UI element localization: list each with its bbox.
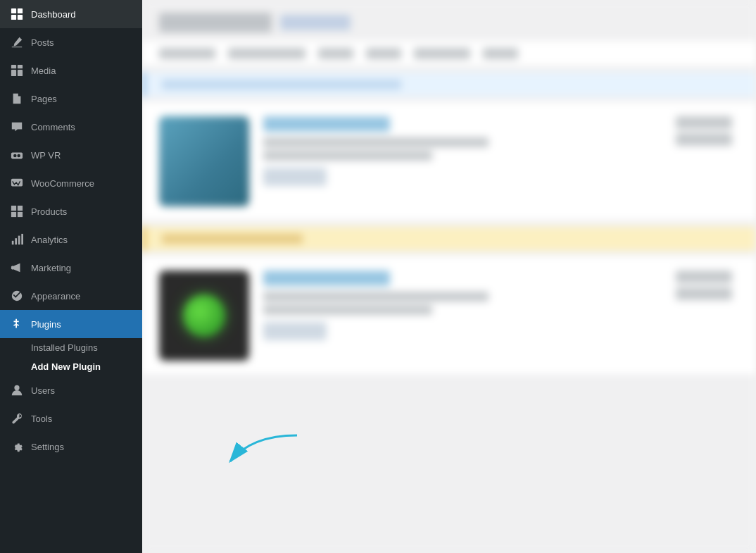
blurred-area xyxy=(142,0,756,553)
plugins-icon xyxy=(10,317,24,331)
svg-rect-15 xyxy=(18,206,23,211)
sidebar-item-wpvr[interactable]: WP VR xyxy=(0,141,142,169)
page-subtitle xyxy=(280,15,351,30)
sidebar-item-products[interactable]: Products xyxy=(0,197,142,225)
plugin-meta-installs xyxy=(676,287,732,300)
sidebar-item-comments[interactable]: Comments xyxy=(0,113,142,141)
svg-rect-0 xyxy=(11,8,16,13)
plugin-card-1 xyxy=(142,102,756,221)
plugin-info-2 xyxy=(263,271,662,340)
page-header xyxy=(142,0,756,41)
sidebar-item-label: Users xyxy=(31,385,55,396)
sidebar-item-label: Dashboard xyxy=(31,9,76,20)
posts-icon xyxy=(10,35,24,49)
sidebar-item-label: Products xyxy=(31,206,67,217)
plugin-icon-2 xyxy=(159,271,249,361)
users-icon xyxy=(10,383,24,397)
sidebar-item-plugins[interactable]: Plugins xyxy=(0,310,142,338)
wpvr-icon xyxy=(10,148,24,162)
sidebar-item-media[interactable]: Media xyxy=(0,56,142,85)
svg-rect-20 xyxy=(18,236,20,245)
woocommerce-icon xyxy=(10,176,24,190)
filter-pill xyxy=(318,48,353,59)
marketing-icon xyxy=(10,261,24,275)
svg-rect-19 xyxy=(15,238,17,244)
filter-pill xyxy=(483,48,518,59)
sidebar-item-posts[interactable]: Posts xyxy=(0,28,142,56)
sidebar-item-label: Appearance xyxy=(31,291,80,302)
svg-point-12 xyxy=(17,154,20,158)
plugin-desc xyxy=(263,151,432,161)
plugin-card-2 xyxy=(142,256,756,375)
svg-rect-1 xyxy=(18,8,23,13)
settings-icon xyxy=(10,440,24,454)
svg-point-11 xyxy=(13,154,17,158)
submenu-add-new-plugin[interactable]: Add New Plugin xyxy=(0,357,142,376)
sidebar-item-marketing[interactable]: Marketing xyxy=(0,254,142,282)
plugin-icon-inner xyxy=(159,116,249,206)
sidebar-item-label: Plugins xyxy=(31,319,61,330)
svg-rect-21 xyxy=(21,234,23,244)
filter-pill xyxy=(228,48,305,59)
pages-icon xyxy=(10,92,24,106)
plugin-info-1 xyxy=(263,116,662,186)
plugin-action-button xyxy=(263,168,327,186)
svg-rect-6 xyxy=(11,70,16,76)
sidebar-item-label: Tools xyxy=(31,414,52,424)
page-title xyxy=(159,13,272,32)
plugin-name xyxy=(263,271,390,286)
plugin-meta-installs xyxy=(676,133,732,146)
plugin-desc xyxy=(263,292,489,302)
svg-rect-5 xyxy=(18,65,23,68)
warning-text xyxy=(162,234,303,244)
green-circle-logo xyxy=(183,294,225,337)
svg-rect-18 xyxy=(12,241,14,244)
filter-bar xyxy=(142,41,756,67)
plugin-meta-2 xyxy=(676,271,739,304)
filter-pill xyxy=(159,48,215,59)
sidebar-item-pages[interactable]: Pages xyxy=(0,85,142,113)
sidebar-item-tools[interactable]: Tools xyxy=(0,404,142,433)
sidebar-item-users[interactable]: Users xyxy=(0,376,142,404)
sidebar: Dashboard Posts Media Pages xyxy=(0,0,142,553)
notice-bar xyxy=(142,73,756,97)
dashboard-icon xyxy=(10,7,24,21)
sidebar-item-label: Pages xyxy=(31,94,57,104)
main-content xyxy=(142,0,756,553)
plugin-desc xyxy=(263,137,489,147)
sidebar-item-analytics[interactable]: Analytics xyxy=(0,225,142,254)
plugin-name xyxy=(263,116,390,132)
sidebar-item-label: Media xyxy=(31,66,56,76)
sidebar-item-settings[interactable]: Settings xyxy=(0,433,142,461)
submenu-installed-plugins[interactable]: Installed Plugins xyxy=(0,338,142,357)
analytics-icon xyxy=(10,232,24,247)
comments-icon xyxy=(10,120,24,134)
sidebar-item-label: Settings xyxy=(31,442,64,452)
svg-rect-16 xyxy=(11,212,16,217)
notice-text xyxy=(162,80,401,89)
sidebar-item-appearance[interactable]: Appearance xyxy=(0,282,142,310)
filter-pill xyxy=(366,48,401,59)
sidebar-item-label: Analytics xyxy=(31,235,68,245)
svg-rect-2 xyxy=(11,15,16,20)
media-icon xyxy=(10,63,24,77)
plugin-icon-inner-dark xyxy=(159,271,249,361)
warning-bar xyxy=(142,227,756,251)
sidebar-item-dashboard[interactable]: Dashboard xyxy=(0,0,142,28)
svg-point-22 xyxy=(11,266,14,269)
sidebar-item-label: Comments xyxy=(31,122,75,132)
svg-rect-3 xyxy=(18,15,23,20)
svg-rect-7 xyxy=(18,70,23,76)
sidebar-item-label: Posts xyxy=(31,37,54,48)
plugin-meta-1 xyxy=(676,116,739,150)
sidebar-item-label: WooCommerce xyxy=(31,178,94,189)
sidebar-item-label: WP VR xyxy=(31,150,61,161)
plugins-submenu: Installed Plugins Add New Plugin xyxy=(0,338,142,376)
svg-rect-14 xyxy=(11,206,16,211)
sidebar-item-woocommerce[interactable]: WooCommerce xyxy=(0,169,142,197)
plugin-desc xyxy=(263,305,432,315)
svg-rect-10 xyxy=(11,152,23,159)
appearance-icon xyxy=(10,289,24,303)
filter-pill xyxy=(414,48,470,59)
svg-rect-17 xyxy=(18,212,23,217)
